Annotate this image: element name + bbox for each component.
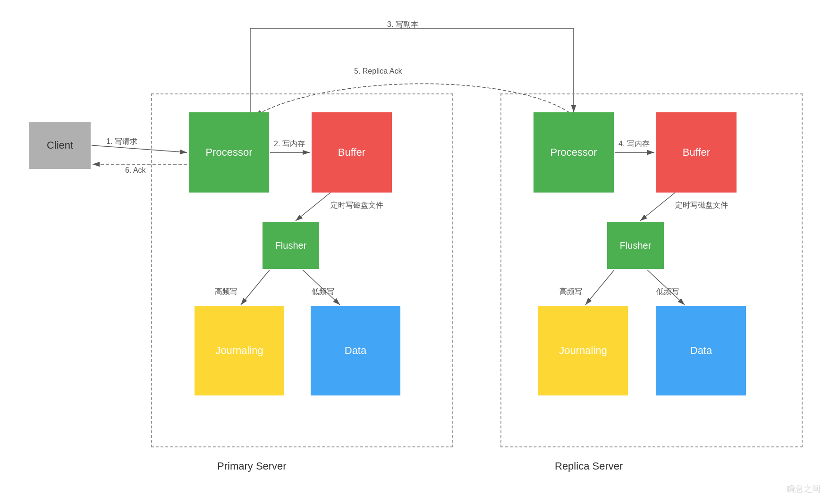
write-replica-label: 3. 写副本 (387, 20, 418, 30)
buffer-primary: Buffer (312, 112, 392, 193)
data-primary: Data (311, 306, 400, 395)
buffer-replica: Buffer (656, 112, 737, 193)
flusher-replica: Flusher (607, 222, 664, 269)
processor-primary: Processor (189, 112, 269, 193)
write-request-label: 1. 写请求 (106, 137, 137, 147)
processor-replica: Processor (534, 112, 614, 193)
flusher-primary: Flusher (263, 222, 319, 269)
journaling-primary: Journaling (195, 306, 284, 395)
primary-server-label: Primary Server (217, 460, 287, 472)
journaling-replica: Journaling (538, 306, 628, 395)
replica-ack-label: 5. Replica Ack (354, 67, 402, 76)
data-replica: Data (656, 306, 746, 395)
client-box: Client (29, 122, 91, 169)
ack-label: 6. Ack (125, 166, 146, 175)
client-label: Client (47, 139, 73, 151)
replica-server-label: Replica Server (555, 460, 623, 472)
watermark: 瞬息之间 (787, 483, 821, 495)
